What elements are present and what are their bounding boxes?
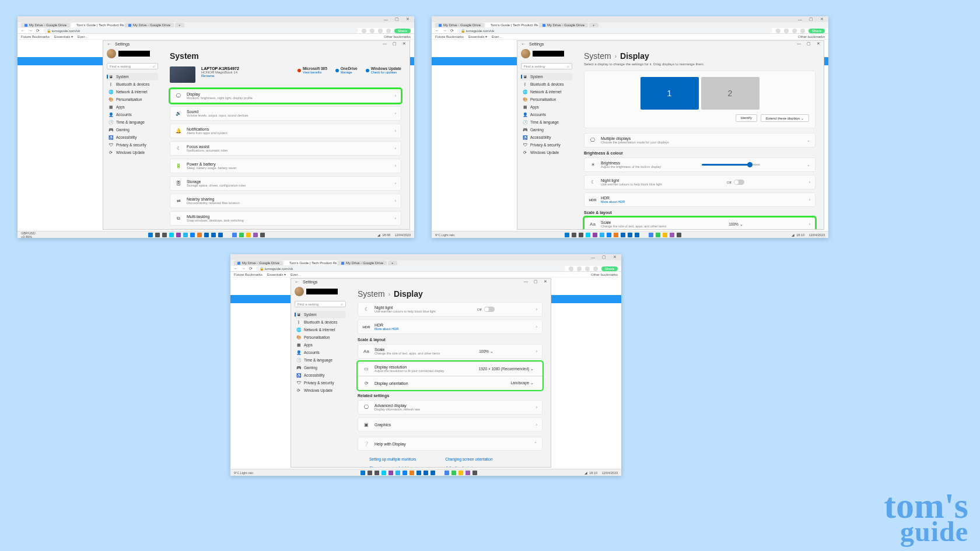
share-button[interactable]: Share xyxy=(601,266,618,271)
extend-dropdown[interactable]: Extend these displays ⌄ xyxy=(761,114,809,122)
help-link[interactable]: Changing screen orientation xyxy=(445,457,492,461)
taskbar-icon[interactable] xyxy=(677,233,681,237)
search-input[interactable]: Find a setting⌕ xyxy=(107,63,158,69)
advanced-display-row[interactable]: 🖵Advanced displayDisplay information, re… xyxy=(358,400,542,415)
sidebar-item-bluetooth-devices[interactable]: ᛒBluetooth & devices xyxy=(295,318,346,326)
tab[interactable]: My Drive - Google Drive xyxy=(234,261,283,265)
taskbar-icon[interactable] xyxy=(225,233,230,237)
bookmark[interactable]: Future Bookmarks xyxy=(21,35,50,38)
tab-active[interactable]: Tom's Guide | Tech Product Rev... xyxy=(71,23,124,27)
night-light-toggle[interactable] xyxy=(484,307,495,312)
taskbar-icon[interactable] xyxy=(410,471,414,475)
tab[interactable]: My Drive - Google Drive xyxy=(539,23,588,27)
url-field[interactable]: 🔒 tomsguide.com/uk xyxy=(256,266,565,271)
sidebar-item-time-language[interactable]: 🕒Time & language xyxy=(295,356,346,364)
help-link[interactable]: Adjusting font size xyxy=(446,466,477,467)
night-light-toggle[interactable] xyxy=(734,180,744,185)
taskbar-icon[interactable] xyxy=(416,471,421,475)
resolution-dropdown[interactable]: 1920 × 1080 (Recommended) ⌄ xyxy=(479,367,534,371)
monitor-arrangement[interactable]: 12 IdentifyExtend these displays ⌄ xyxy=(584,71,816,128)
cloud-item[interactable]: OneDriveManage xyxy=(335,66,358,74)
back-button[interactable]: ← xyxy=(295,279,299,285)
taskbar-icon[interactable] xyxy=(438,471,442,475)
new-tab-button[interactable]: + xyxy=(589,23,598,27)
tab[interactable]: My Drive - Google Drive xyxy=(338,261,387,265)
avatar[interactable] xyxy=(107,49,116,58)
ext-icon[interactable] xyxy=(362,29,366,33)
sidebar-item-accounts[interactable]: 👤Accounts xyxy=(295,349,346,356)
taskbar-icon[interactable] xyxy=(190,233,195,237)
tab[interactable]: My Drive - Google Drive xyxy=(435,23,484,27)
system-row-storage[interactable]: 🗄StorageStorage space, drives, configura… xyxy=(170,176,401,191)
taskbar-icon[interactable] xyxy=(374,471,379,475)
brightness-row[interactable]: ☀BrightnessAdjust the brightness of the … xyxy=(584,157,816,172)
taskbar-icon[interactable] xyxy=(466,471,470,475)
sidebar-item-gaming[interactable]: 🎮Gaming xyxy=(107,126,158,134)
taskbar-icon[interactable] xyxy=(197,233,202,237)
sidebar-item-system[interactable]: 🖥System xyxy=(295,311,346,318)
window-close[interactable]: ✕ xyxy=(406,17,410,22)
sidebar-item-network-internet[interactable]: 🌐Network & internet xyxy=(107,88,158,96)
breadcrumb-system[interactable]: System xyxy=(358,289,385,299)
taskbar-icon[interactable] xyxy=(579,233,583,237)
taskbar-icon[interactable] xyxy=(368,471,372,475)
taskbar-icon[interactable] xyxy=(635,233,639,237)
monitor-2[interactable]: 2 xyxy=(701,77,760,110)
sidebar-item-gaming[interactable]: 🎮Gaming xyxy=(295,364,346,371)
scale-dropdown[interactable]: 100% ⌄ xyxy=(479,349,493,354)
monitor-1[interactable]: 1 xyxy=(640,77,699,110)
system-row-multi-tasking[interactable]: ⧉Multi-taskingSnap windows, desktops, ta… xyxy=(170,211,401,226)
avatar[interactable] xyxy=(521,49,530,58)
share-button[interactable]: Share xyxy=(394,29,411,33)
taskbar-icon[interactable] xyxy=(607,233,611,237)
sidebar-item-accounts[interactable]: 👤Accounts xyxy=(521,111,572,118)
hdr-row[interactable]: HDRHDRMore about HDR› xyxy=(358,320,542,334)
sidebar-item-network-internet[interactable]: 🌐Network & internet xyxy=(521,88,572,96)
taskbar-icon[interactable] xyxy=(572,233,576,237)
graphics-row[interactable]: ▣Graphics› xyxy=(358,417,542,431)
win-max[interactable]: ▢ xyxy=(393,41,397,46)
sidebar-item-accessibility[interactable]: ♿Accessibility xyxy=(107,134,158,141)
taskbar-icon[interactable] xyxy=(169,233,174,237)
taskbar-icon[interactable] xyxy=(218,233,223,237)
taskbar-icon[interactable] xyxy=(204,233,209,237)
url-field[interactable]: 🔒 tomsguide.com/uk xyxy=(457,28,772,33)
scale-dropdown[interactable]: 100% ⌄ xyxy=(729,222,743,227)
taskbar-icon[interactable] xyxy=(211,233,216,237)
sidebar-item-gaming[interactable]: 🎮Gaming xyxy=(521,126,572,134)
bookmark[interactable]: Other bookmarks xyxy=(384,35,411,38)
ext-icon[interactable] xyxy=(378,29,383,33)
night-light-row[interactable]: ☾Night lightUse warmer colours to help b… xyxy=(358,302,542,317)
tab[interactable]: My Drive - Google Drive xyxy=(21,23,70,27)
sidebar-item-accessibility[interactable]: ♿Accessibility xyxy=(521,134,572,141)
share-button[interactable]: Share xyxy=(808,29,825,33)
new-tab-button[interactable]: + xyxy=(388,261,397,265)
new-tab-button[interactable]: + xyxy=(175,23,184,27)
sidebar-item-time-language[interactable]: 🕒Time & language xyxy=(521,118,572,126)
taskbar-icon[interactable] xyxy=(565,233,569,237)
multiple-displays-row[interactable]: 🖵Multiple displaysChoose the presentatio… xyxy=(584,133,816,148)
system-row-display[interactable]: 🖵DisplayMonitors, brightness, night ligh… xyxy=(170,89,401,103)
avatar[interactable] xyxy=(295,287,304,296)
back-button[interactable]: ← xyxy=(107,41,111,47)
taskbar-icon[interactable] xyxy=(360,471,365,475)
search-input[interactable]: Find a setting⌕ xyxy=(295,301,346,307)
taskbar-icon[interactable] xyxy=(232,233,237,237)
taskbar-icon[interactable] xyxy=(382,471,386,475)
sidebar-item-privacy-security[interactable]: 🛡Privacy & security xyxy=(295,379,346,387)
breadcrumb-system[interactable]: System xyxy=(584,51,611,61)
cloud-item[interactable]: Windows UpdateCheck for updates xyxy=(366,66,401,74)
taskbar-icon[interactable] xyxy=(424,471,428,475)
taskbar-icon[interactable] xyxy=(614,233,618,237)
taskbar-icon[interactable] xyxy=(253,233,258,237)
orientation-dropdown[interactable]: Landscape ⌄ xyxy=(510,381,534,385)
taskbar-icon[interactable] xyxy=(176,233,181,237)
ext-icon[interactable] xyxy=(370,29,374,33)
nav-forward[interactable]: → xyxy=(29,29,33,33)
sidebar-item-apps[interactable]: ▦Apps xyxy=(295,341,346,349)
taskbar-icon[interactable] xyxy=(452,471,456,475)
system-row-sound[interactable]: 🔊SoundVolume levels, output, input, soun… xyxy=(170,106,401,121)
taskbar-icon[interactable] xyxy=(642,233,646,237)
taskbar-icon[interactable] xyxy=(402,471,407,475)
sidebar-item-system[interactable]: 🖥System xyxy=(521,73,572,80)
